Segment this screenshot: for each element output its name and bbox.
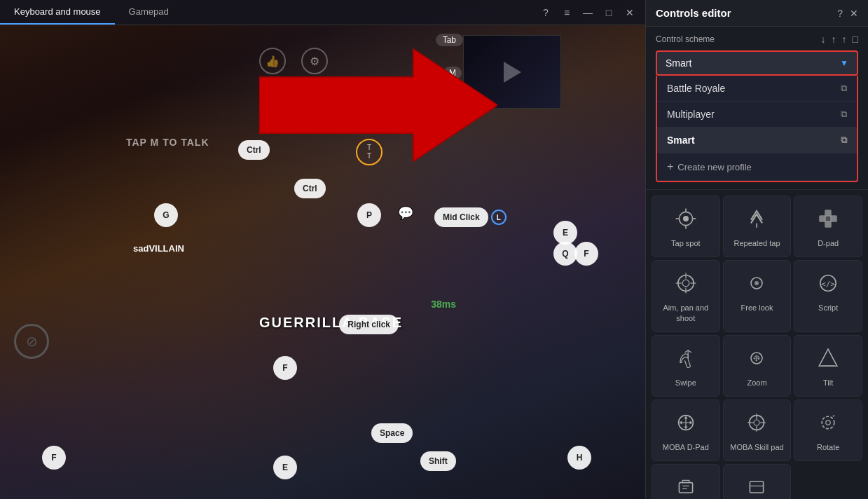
- control-script[interactable]: </> Script: [794, 260, 862, 332]
- svg-point-2: [683, 216, 689, 221]
- help-icon[interactable]: ?: [539, 6, 553, 20]
- tilt-label: Tilt: [823, 378, 833, 388]
- free-look-label: Free look: [741, 303, 773, 313]
- panel-header: Controls editor ? ✕: [646, 0, 868, 27]
- ctrl-key-2[interactable]: Ctrl: [294, 179, 326, 198]
- tab-bar-right: ? ≡ — □ ✕: [539, 0, 645, 25]
- player-name: sadVILLAIN: [133, 243, 184, 254]
- f-key-2[interactable]: F: [273, 356, 297, 380]
- swipe-label: Swipe: [675, 378, 696, 388]
- dropdown-item-smart[interactable]: Smart ⧉: [657, 128, 857, 153]
- svg-text:</>: </>: [821, 280, 835, 289]
- script-icon: </>: [814, 269, 842, 297]
- f-key-1[interactable]: F: [574, 242, 598, 266]
- aim-icon: [672, 269, 700, 297]
- rotate-icon: [814, 409, 842, 437]
- export-icon[interactable]: ↑: [832, 34, 836, 45]
- scheme-label: Control scheme ↓ ↑ ↑ □: [656, 34, 858, 45]
- moba-dpad-label: MOBA D-Pad: [663, 442, 709, 452]
- svg-rect-44: [679, 483, 692, 493]
- l-key[interactable]: L: [491, 210, 507, 225]
- control-repeated-tap[interactable]: Repeated tap: [723, 196, 792, 257]
- tt-key-badge[interactable]: TT: [356, 139, 383, 165]
- control-extra-2[interactable]: [723, 464, 792, 499]
- mid-click-label[interactable]: Mid Click: [434, 207, 488, 227]
- dpad-label: D-pad: [818, 238, 839, 248]
- extra-1-icon: [672, 473, 700, 499]
- svg-marker-29: [819, 349, 837, 366]
- svg-rect-12: [825, 215, 832, 222]
- swipe-icon: [672, 344, 700, 372]
- repeated-tap-label: Repeated tap: [733, 238, 780, 248]
- game-area: Keyboard and mouse Gamepad ? ≡ — □ ✕ 👍 ⚙…: [0, 0, 645, 499]
- zoom-label: Zoom: [747, 378, 766, 388]
- dpad-icon: [814, 205, 842, 233]
- dropdown-selected: Smart: [666, 57, 691, 69]
- script-label: Script: [818, 303, 838, 313]
- control-rotate[interactable]: Rotate: [794, 399, 862, 461]
- control-zoom[interactable]: Zoom: [723, 335, 792, 397]
- control-tilt[interactable]: Tilt: [794, 335, 862, 397]
- dropdown-item-battle-royale[interactable]: Battle Royale ⧉: [657, 76, 857, 102]
- ms-badge: 38ms: [431, 299, 456, 310]
- tap-to-talk-label: TAP M TO TALK: [126, 137, 209, 148]
- svg-point-21: [756, 282, 757, 284]
- repeated-tap-icon: [743, 205, 771, 233]
- extra-2-icon: [743, 473, 771, 499]
- import-icon[interactable]: ↓: [821, 34, 826, 45]
- control-moba-skill[interactable]: MOBA Skill pad: [723, 399, 792, 461]
- f-key-3[interactable]: F: [42, 446, 66, 470]
- svg-marker-32: [684, 416, 687, 419]
- control-swipe[interactable]: Swipe: [652, 335, 720, 397]
- control-aim[interactable]: Aim, pan and shoot: [652, 260, 720, 332]
- g-key[interactable]: G: [154, 203, 178, 227]
- play-icon: [504, 62, 521, 83]
- dropdown-menu: Battle Royale ⧉ Multiplayer ⧉ Smart ⧉ +C…: [656, 76, 858, 182]
- svg-point-43: [826, 421, 830, 425]
- ctrl-key-1[interactable]: Ctrl: [238, 140, 270, 160]
- grid-row-2: Aim, pan and shoot Free look </>: [652, 260, 862, 332]
- close-icon[interactable]: ✕: [623, 6, 637, 20]
- e-key-2[interactable]: E: [273, 456, 297, 479]
- control-moba-dpad[interactable]: MOBA D-Pad: [652, 399, 720, 461]
- dropdown-item-create[interactable]: +Create new profile: [657, 153, 857, 181]
- right-click-label[interactable]: Right click: [339, 315, 399, 334]
- svg-point-14: [682, 280, 689, 287]
- panel-header-icons: ? ✕: [837, 8, 858, 19]
- controls-grid: Tap spot Repeated tap: [646, 190, 868, 499]
- control-free-look[interactable]: Free look: [723, 260, 792, 332]
- q-key[interactable]: Q: [553, 242, 577, 266]
- dropdown-button[interactable]: Smart ▼: [656, 50, 858, 76]
- svg-point-42: [822, 416, 834, 429]
- grid-row-5: [652, 464, 862, 499]
- folder-icon[interactable]: □: [853, 34, 858, 45]
- maximize-icon[interactable]: □: [602, 6, 616, 20]
- control-tap-spot[interactable]: Tap spot: [652, 196, 720, 257]
- panel-close-icon[interactable]: ✕: [850, 8, 858, 19]
- chat-icon: 💬: [398, 205, 413, 221]
- rotate-label: Rotate: [817, 442, 839, 452]
- svg-point-37: [754, 420, 759, 425]
- copy-icon-multi: ⧉: [841, 109, 847, 120]
- svg-marker-33: [684, 427, 687, 430]
- e-key-1[interactable]: E: [553, 221, 577, 245]
- p-key[interactable]: P: [357, 203, 381, 227]
- h-key[interactable]: H: [567, 446, 591, 470]
- scheme-dropdown: Smart ▼ Battle Royale ⧉ Multiplayer ⧉ Sm…: [656, 50, 858, 182]
- svg-marker-34: [679, 421, 682, 425]
- zoom-icon: [743, 344, 771, 372]
- free-look-icon: [743, 269, 771, 297]
- scheme-section: Control scheme ↓ ↑ ↑ □ Smart ▼ Battle Ro…: [646, 27, 868, 190]
- space-key[interactable]: Space: [371, 423, 413, 443]
- tab-gamepad[interactable]: Gamepad: [115, 0, 183, 25]
- grid-row-3: Swipe Zoom: [652, 335, 862, 397]
- menu-icon[interactable]: ≡: [560, 6, 574, 20]
- minimize-icon[interactable]: —: [581, 6, 595, 20]
- tab-keyboard-mouse[interactable]: Keyboard and mouse: [0, 0, 115, 25]
- control-extra-1[interactable]: [652, 464, 720, 499]
- shift-key[interactable]: Shift: [420, 451, 456, 471]
- share-icon[interactable]: ↑: [842, 34, 847, 45]
- control-dpad[interactable]: D-pad: [794, 196, 862, 257]
- panel-help-icon[interactable]: ?: [837, 8, 843, 19]
- dropdown-item-multiplayer[interactable]: Multiplayer ⧉: [657, 102, 857, 128]
